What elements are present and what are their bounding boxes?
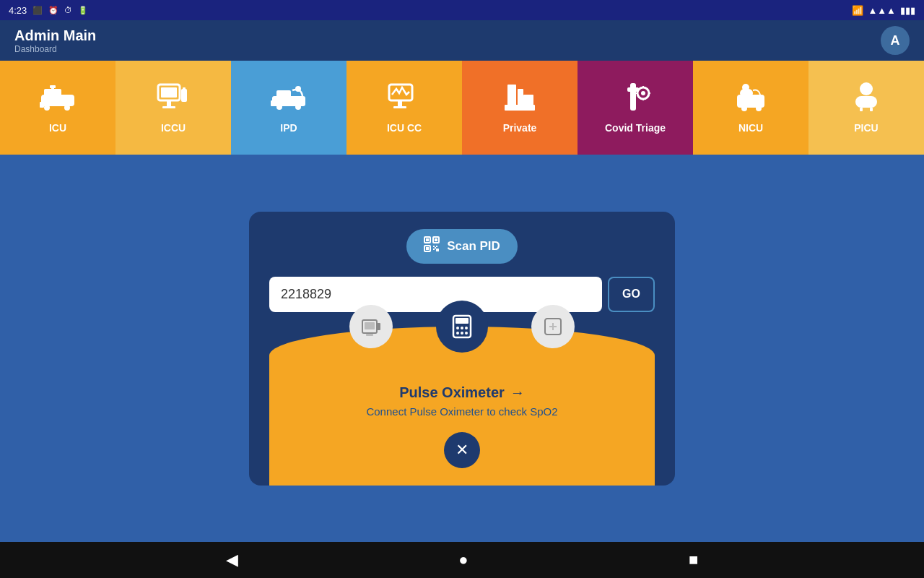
svg-rect-11: [181, 89, 187, 102]
orange-area: Pulse Oximeter → Connect Pulse Oximeter …: [269, 327, 655, 486]
svg-point-62: [456, 332, 459, 335]
left-device-button[interactable]: [349, 305, 393, 348]
qr-icon: [424, 236, 440, 256]
battery-full-icon: ▮▮▮: [900, 5, 915, 16]
svg-point-29: [641, 91, 645, 95]
right-device-button[interactable]: [531, 305, 575, 348]
tab-ipd-label: IPD: [280, 122, 297, 134]
svg-rect-14: [276, 90, 291, 99]
tab-nicu[interactable]: NICU: [693, 61, 808, 155]
bottom-nav: ◀ ● ■: [0, 542, 924, 578]
subtitle: Dashboard: [14, 44, 96, 54]
svg-rect-54: [433, 249, 435, 250]
back-button[interactable]: ◀: [226, 551, 238, 569]
svg-point-37: [756, 105, 762, 111]
svg-rect-24: [518, 89, 523, 109]
nav-tabs: ICU ICCU IPD: [0, 61, 924, 155]
svg-rect-49: [435, 238, 437, 241]
svg-rect-44: [860, 108, 863, 111]
header: Admin Main Dashboard A: [0, 20, 924, 61]
tab-covid[interactable]: Covid Triage: [578, 61, 693, 155]
svg-point-61: [465, 327, 468, 329]
svg-rect-18: [271, 100, 275, 106]
svg-point-3: [64, 105, 70, 111]
battery-icon: 🔋: [78, 6, 88, 15]
tab-covid-label: Covid Triage: [605, 122, 666, 134]
svg-rect-26: [630, 83, 636, 111]
modal-card: Scan PID GO: [249, 212, 675, 486]
svg-rect-10: [162, 106, 175, 108]
alarm-icon: ⏰: [48, 6, 58, 15]
signal-icon: ▲▲▲: [868, 5, 896, 16]
connect-label: Connect Pulse Oximeter to check SpO2: [366, 405, 557, 418]
svg-rect-66: [365, 322, 375, 329]
covid-icon: [617, 82, 653, 116]
notification-icon: ⬛: [32, 6, 43, 15]
svg-rect-43: [855, 96, 877, 108]
pulse-oximeter-label: Pulse Oximeter →: [399, 384, 525, 401]
svg-rect-25: [523, 95, 533, 109]
svg-rect-20: [398, 100, 402, 106]
svg-rect-56: [435, 247, 436, 249]
tab-ipd[interactable]: IPD: [231, 61, 346, 155]
svg-rect-47: [426, 238, 429, 241]
tab-private[interactable]: Private: [462, 61, 578, 155]
svg-point-2: [44, 105, 50, 111]
icucc-icon: [386, 82, 422, 116]
svg-rect-67: [377, 323, 380, 330]
close-button[interactable]: ✕: [444, 432, 480, 468]
svg-point-41: [860, 86, 863, 89]
icu-icon: [40, 82, 76, 116]
home-button[interactable]: ●: [458, 551, 468, 569]
iccu-icon: [155, 82, 191, 116]
tab-picu-label: PICU: [854, 122, 878, 134]
svg-rect-45: [870, 108, 873, 111]
wifi-icon: 📶: [852, 5, 863, 16]
svg-rect-21: [393, 106, 406, 108]
app-name: Admin Main: [14, 27, 96, 44]
header-title: Admin Main Dashboard: [14, 27, 96, 54]
tab-picu[interactable]: PICU: [808, 61, 924, 155]
tab-nicu-label: NICU: [738, 122, 763, 134]
tab-icu-label: ICU: [49, 122, 66, 134]
svg-point-17: [295, 86, 301, 92]
svg-rect-9: [167, 100, 171, 106]
tab-iccu-label: ICCU: [161, 122, 186, 134]
tab-icu[interactable]: ICU: [0, 61, 116, 155]
recent-button[interactable]: ■: [689, 551, 698, 569]
svg-point-59: [456, 327, 459, 329]
svg-rect-58: [456, 318, 468, 324]
tab-private-label: Private: [503, 122, 537, 134]
timer-icon: ⏱: [64, 6, 72, 14]
main-content: Scan PID GO: [0, 155, 924, 542]
status-bar: 4:23 ⬛ ⏰ ⏱ 🔋 📶 ▲▲▲ ▮▮▮: [0, 0, 924, 20]
tab-icucc-label: ICU CC: [387, 122, 422, 134]
svg-rect-12: [183, 87, 186, 90]
tab-icucc[interactable]: ICU CC: [346, 61, 462, 155]
svg-rect-55: [436, 249, 439, 251]
scan-pid-button[interactable]: Scan PID: [406, 229, 518, 264]
picu-icon: [848, 82, 884, 116]
svg-point-63: [461, 332, 463, 335]
svg-point-36: [741, 105, 747, 111]
svg-point-15: [276, 104, 282, 110]
time-display: 4:23: [9, 5, 27, 16]
svg-point-64: [465, 332, 468, 335]
svg-point-16: [295, 104, 301, 110]
svg-point-38: [742, 84, 749, 91]
tab-iccu[interactable]: ICCU: [116, 61, 231, 155]
svg-rect-52: [433, 246, 435, 247]
avatar[interactable]: A: [881, 26, 910, 55]
svg-rect-8: [161, 87, 177, 98]
svg-point-40: [862, 87, 871, 93]
svg-rect-53: [436, 246, 437, 247]
svg-rect-4: [40, 102, 44, 108]
center-device-button[interactable]: [436, 301, 488, 353]
svg-rect-6: [50, 85, 56, 88]
private-icon: [502, 82, 538, 116]
svg-rect-51: [426, 247, 429, 250]
nicu-icon: [733, 82, 769, 116]
scan-pid-label: Scan PID: [447, 239, 500, 254]
svg-rect-68: [366, 334, 373, 336]
svg-point-42: [869, 86, 872, 89]
